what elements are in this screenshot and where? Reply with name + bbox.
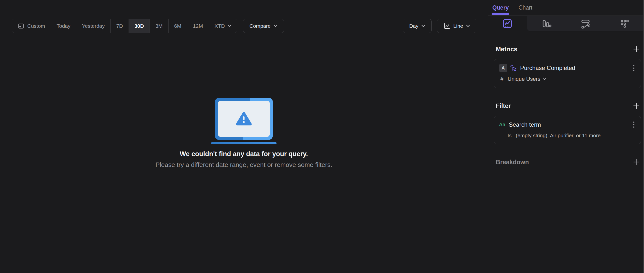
insights-line-chart-icon [502,18,512,29]
chevron-down-icon [466,25,470,27]
add-metric-icon[interactable] [633,45,640,53]
view-tabs-inactive-group [527,16,644,31]
date-range-today[interactable]: Today [51,19,76,33]
filter-options-menu-icon[interactable] [632,121,636,129]
metrics-title: Metrics [496,46,518,53]
report-toolbar: Custom Today Yesterday 7D 30D 3M 6M 12M … [12,19,476,33]
date-range-segmented-control: Custom Today Yesterday 7D 30D 3M 6M 12M … [12,19,237,33]
date-range-label: Custom [27,23,45,29]
chevron-down-icon [228,25,231,27]
laptop-screen [218,101,270,137]
view-tab-flows[interactable] [566,16,605,31]
add-filter-icon[interactable] [633,102,640,109]
filter-operator[interactable]: Is [508,133,512,138]
empty-state: We couldn't find any data for your query… [0,98,488,169]
view-tab-bar-chart[interactable] [527,16,566,31]
date-range-custom[interactable]: Custom [12,19,51,33]
metric-card[interactable]: A Purchase Completed # Unique Users [494,59,641,88]
date-range-30d[interactable]: 30D [129,19,150,33]
filter-card[interactable]: Aa Search term Is (empty string), Air pu… [494,116,641,144]
filter-values[interactable]: (empty string), Air purifier, or 11 more [516,133,600,138]
query-builder-content: Metrics A Purchase Completed # [488,45,644,166]
empty-state-subtitle: Please try a different date range, event… [155,161,332,169]
calendar-icon [18,22,24,29]
line-chart-icon [444,22,450,29]
laptop-warning-illustration [215,98,273,140]
date-range-12m[interactable]: 12M [187,19,209,33]
warning-triangle-icon [236,112,252,126]
query-builder-panel: Query Chart [488,0,644,273]
chevron-down-icon[interactable] [543,78,546,80]
view-type-tabs [488,16,644,31]
filter-section-header: Filter [496,102,640,109]
event-cursor-click-icon [510,64,518,72]
breakdown-title: Breakdown [496,159,529,166]
bar-chart-icon [541,18,552,29]
string-property-type-icon: Aa [499,122,509,127]
filter-row: Aa Search term [499,121,636,129]
aggregation-symbol: # [499,76,508,82]
empty-state-title: We couldn't find any data for your query… [180,150,308,158]
retention-dots-icon [620,18,630,29]
metric-options-menu-icon[interactable] [632,64,636,72]
view-tab-retention[interactable] [605,16,644,31]
toolbar-right-controls: Day Line [403,19,476,33]
panel-tab-bar: Query Chart [488,0,644,16]
chart-type-dropdown[interactable]: Line [437,19,476,33]
chevron-down-icon [274,25,278,27]
date-range-3m[interactable]: 3M [150,19,168,33]
date-range-xtd[interactable]: XTD [209,19,237,33]
metric-aggregation-row: # Unique Users [499,76,636,82]
window-scrollbar[interactable] [643,0,644,273]
date-range-yesterday[interactable]: Yesterday [76,19,110,33]
metric-letter-badge: A [499,64,507,72]
add-breakdown-icon[interactable] [633,158,640,166]
compare-button[interactable]: Compare [243,19,284,33]
chevron-down-icon [421,25,425,27]
date-range-6m[interactable]: 6M [168,19,187,33]
metric-row: A Purchase Completed [499,64,636,72]
laptop-base [211,142,276,144]
analytics-app: Custom Today Yesterday 7D 30D 3M 6M 12M … [0,0,644,273]
date-range-7d[interactable]: 7D [110,19,129,33]
report-main-area: Custom Today Yesterday 7D 30D 3M 6M 12M … [0,0,488,273]
tab-query[interactable]: Query [492,0,508,15]
flows-icon [580,18,591,29]
aggregation-selector[interactable]: Unique Users [508,76,540,82]
filter-title: Filter [496,102,511,109]
filter-property-name[interactable]: Search term [509,121,541,128]
view-tab-insights-active[interactable] [488,16,527,31]
interval-dropdown[interactable]: Day [403,19,432,33]
metrics-section-header: Metrics [496,45,640,53]
breakdown-section-header: Breakdown [496,158,640,166]
filter-condition-row: Is (empty string), Air purifier, or 11 m… [499,133,636,138]
metric-event-name[interactable]: Purchase Completed [520,65,575,71]
tab-chart[interactable]: Chart [518,0,532,15]
